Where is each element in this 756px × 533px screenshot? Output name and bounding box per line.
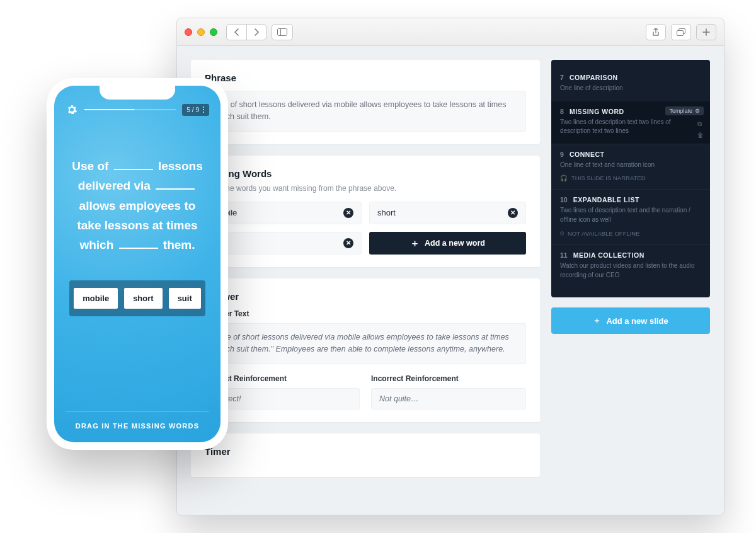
slide-desc: Two lines of description text two lines … (560, 118, 701, 136)
gear-icon: ⚙ (695, 108, 700, 114)
slide-meta: ⦸ NOT AVAILABLE OFFLINE (560, 229, 701, 237)
missing-words-hint: Input the words you want missing from th… (205, 184, 526, 193)
add-slide-button[interactable]: ＋ Add a new slide (551, 307, 710, 334)
tabs-button[interactable] (671, 24, 691, 40)
svg-rect-3 (677, 30, 684, 35)
draggable-chip[interactable]: suit (169, 288, 201, 309)
trash-icon[interactable]: 🗑 (697, 132, 704, 139)
slide-item-comparison[interactable]: 7 COMPARISON One line of description (551, 67, 710, 101)
share-button[interactable] (646, 24, 666, 40)
headphones-icon: 🎧 (560, 175, 568, 181)
slides-panel: 7 COMPARISON One line of description 8 M… (551, 60, 710, 297)
timer-title: Timer (205, 446, 526, 457)
kebab-icon[interactable] (203, 106, 204, 113)
blank-slot[interactable] (114, 164, 153, 170)
slide-number: 10 (560, 196, 568, 203)
slide-number: 8 (560, 108, 564, 115)
phone-preview: 5 / 9 Use of lessons delivered via allow… (47, 78, 228, 450)
incorrect-reinforcement-label: Incorrect Reinforcement (371, 374, 526, 383)
slide-meta-text: THIS SLIDE IS NARRATED (571, 175, 646, 181)
slide-item-media-collection[interactable]: 11 MEDIA COLLECTION Watch our product vi… (551, 244, 710, 287)
minimize-window-icon[interactable] (197, 28, 205, 36)
remove-word-icon[interactable]: ✕ (343, 238, 353, 248)
draggable-chip[interactable]: mobile (74, 288, 118, 309)
traffic-lights (185, 28, 217, 36)
forward-button[interactable] (246, 24, 266, 40)
settings-icon[interactable] (66, 103, 78, 116)
template-badge-label: Template (669, 108, 692, 114)
chip-tray: mobile short suit (69, 280, 205, 316)
slide-title: EXPANDABLE LIST (573, 196, 639, 203)
remove-word-icon[interactable]: ✕ (343, 208, 353, 218)
slide-desc: Watch our product videos and listen to t… (560, 261, 701, 280)
editor-body: Phrase Use of short lessons delivered vi… (177, 46, 724, 515)
editor-main-column: Phrase Use of short lessons delivered vi… (191, 60, 540, 515)
prompt-text: Use of lessons delivered via allows empl… (66, 156, 209, 255)
add-word-label: Add a new word (425, 239, 485, 248)
nav-group (226, 24, 266, 40)
slide-item-connect[interactable]: 9 CONNECT One line of text and narration… (551, 144, 710, 190)
remove-word-icon[interactable]: ✕ (508, 208, 518, 218)
slide-title: MEDIA COLLECTION (573, 251, 644, 259)
answer-title: Answer (205, 291, 526, 302)
blank-slot[interactable] (119, 243, 158, 249)
slide-title: COMPARISON (570, 74, 618, 81)
new-tab-button[interactable] (696, 24, 716, 40)
blank-slot[interactable] (156, 183, 195, 190)
missing-words-card: Missing Words Input the words you want m… (191, 156, 540, 267)
slide-meta: 🎧 THIS SLIDE IS NARRATED (560, 175, 701, 181)
slide-counter-text: 5 / 9 (187, 106, 199, 113)
template-badge[interactable]: Template ⚙ (665, 106, 704, 115)
svg-rect-0 (278, 28, 287, 35)
slide-counter-pill[interactable]: 5 / 9 (182, 104, 209, 116)
slide-item-expandable-list[interactable]: 10 EXPANDABLE LIST Two lines of descript… (551, 189, 710, 244)
phone-top-bar: 5 / 9 (66, 103, 209, 116)
browser-titlebar (177, 18, 724, 46)
phone-footer: DRAG IN THE MISSING WORDS (66, 411, 209, 442)
slide-number: 9 (560, 151, 564, 158)
duplicate-icon[interactable]: ⧉ (697, 120, 704, 128)
back-button[interactable] (226, 24, 246, 40)
phone-screen: 5 / 9 Use of lessons delivered via allow… (54, 86, 220, 442)
word-chip-label: short (377, 208, 396, 217)
prompt-segment: Use of (72, 159, 112, 173)
slide-number: 11 (560, 251, 568, 259)
slide-number: 7 (560, 74, 564, 81)
word-chip[interactable]: suit ✕ (205, 232, 362, 255)
word-chip[interactable]: mobile ✕ (205, 202, 362, 224)
slide-desc: One line of description (560, 84, 701, 93)
slide-desc: One line of text and narration icon (560, 161, 701, 170)
slide-meta-text: NOT AVAILABLE OFFLINE (568, 230, 640, 237)
draggable-chip[interactable]: short (124, 288, 163, 309)
answer-text-label: Answer Text (205, 309, 526, 318)
progress-bar (84, 109, 176, 110)
incorrect-reinforcement-field[interactable]: Not quite… (371, 388, 526, 410)
phrase-title: Phrase (205, 72, 526, 83)
missing-words-title: Missing Words (205, 168, 526, 179)
slide-desc: Two lines of description text and the na… (560, 206, 701, 224)
phrase-card: Phrase Use of short lessons delivered vi… (191, 60, 540, 144)
sidebar-toggle-button[interactable] (272, 24, 293, 40)
answer-text-field[interactable]: "Use of short lessons delivered via mobi… (205, 323, 526, 364)
word-chip[interactable]: short ✕ (369, 202, 526, 224)
phrase-textarea[interactable]: Use of short lessons delivered via mobil… (205, 91, 526, 132)
incorrect-reinforcement-group: Incorrect Reinforcement Not quite… (371, 374, 526, 410)
slide-title: MISSING WORD (570, 108, 624, 115)
answer-card: Answer Answer Text "Use of short lessons… (191, 278, 540, 422)
add-slide-label: Add a new slide (606, 316, 668, 326)
close-window-icon[interactable] (185, 28, 192, 36)
slide-action-icons: ⧉ 🗑 (697, 120, 704, 139)
slides-sidebar: 7 COMPARISON One line of description 8 M… (551, 60, 710, 515)
maximize-window-icon[interactable] (210, 28, 217, 36)
missing-words-grid: mobile ✕ short ✕ suit ✕ ＋ Add a new word (205, 202, 526, 255)
slide-title: CONNECT (570, 151, 605, 158)
prompt-segment: them. (163, 238, 195, 251)
browser-window: Phrase Use of short lessons delivered vi… (176, 18, 724, 515)
slide-item-missing-word[interactable]: 8 MISSING WORD Template ⚙ ⧉ 🗑 Two lines … (551, 101, 710, 144)
add-word-button[interactable]: ＋ Add a new word (369, 232, 526, 255)
offline-icon: ⦸ (560, 229, 564, 237)
timer-card: Timer (191, 433, 540, 477)
phone-notch (100, 86, 175, 100)
plus-icon: ＋ (593, 315, 601, 326)
